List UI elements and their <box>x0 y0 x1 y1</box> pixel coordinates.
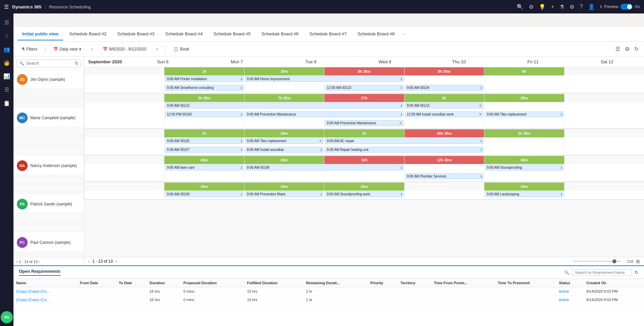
resource-item-pc[interactable]: PC Paul Cannon (sample) <box>13 233 84 252</box>
tabs-overflow[interactable]: ··· <box>401 29 408 39</box>
event-pc-00106[interactable]: 9:00 AM 00106 ℹ <box>165 191 243 197</box>
grid-prev-button[interactable]: ‹ <box>88 259 90 264</box>
col-from-date[interactable]: From Date <box>77 279 116 287</box>
date-range-button[interactable]: 📅 9/6/2020 - 9/12/2020 <box>99 45 150 53</box>
req-status-link-2[interactable]: Active <box>559 298 569 302</box>
col-territory[interactable]: Territory <box>398 279 431 287</box>
col-duration[interactable]: Duration <box>147 279 181 287</box>
event-jg-printer[interactable]: 9:00 AM Printer Installation ℹ <box>165 76 243 82</box>
event-close-icon[interactable]: ✕ <box>399 121 402 125</box>
refresh-button[interactable]: ↻ <box>633 44 640 54</box>
tab-schedule-board-2[interactable]: Schedule Board #2 <box>65 28 111 40</box>
settings-button[interactable]: ⚙ <box>623 44 631 54</box>
req-name-link-2[interactable]: (Copy).(Copy).(Co... <box>16 298 50 302</box>
event-info-icon[interactable]: ℹ <box>561 166 562 169</box>
event-info-icon[interactable]: ℹ <box>241 193 242 196</box>
event-close-icon[interactable]: ✕ <box>479 104 482 107</box>
event-pc-landscaping[interactable]: 9:00 AM Landscaping ℹ <box>485 191 563 197</box>
event-info-icon[interactable]: ℹ <box>321 148 322 152</box>
event-na-repair-heating[interactable]: 9:30 AM Repair heating unit ℹ <box>325 147 483 153</box>
bulb-icon[interactable]: 💡 <box>539 4 546 10</box>
event-mc-prev-maint[interactable]: 9:00 AM Preventive Maintenance ℹ <box>245 111 404 117</box>
nav-resources[interactable]: 👥 <box>1 43 13 55</box>
event-ps-plumber[interactable]: 9:00 AM Plumber Services ℹ <box>405 173 483 179</box>
tab-schedule-board-6[interactable]: Schedule Board #6 <box>257 28 303 40</box>
event-info-icon[interactable]: ℹ <box>241 113 242 116</box>
settings-icon[interactable]: ⚙ <box>529 4 534 10</box>
gear-icon[interactable]: ⚙ <box>570 4 574 10</box>
res-prev-button[interactable]: ‹ <box>16 259 18 264</box>
nav-reports[interactable]: 📊 <box>1 70 13 82</box>
filter-icon[interactable]: ⚗ <box>559 4 564 10</box>
filters-button[interactable]: ⚗ Filters <box>18 45 41 53</box>
grid-next-button[interactable]: › <box>116 259 117 264</box>
event-jg-smarthome[interactable]: 9:30 AM Smarthome consulting ℹ <box>165 85 243 91</box>
tab-schedule-board-5[interactable]: Schedule Board #5 <box>208 28 255 40</box>
event-info-icon[interactable]: ℹ <box>401 77 402 81</box>
nav-home[interactable]: ⌂ <box>1 30 13 42</box>
event-close-icon[interactable]: ✕ <box>319 139 322 143</box>
plus-icon[interactable]: + <box>551 4 554 10</box>
event-info-icon[interactable]: ℹ <box>481 148 482 152</box>
res-next-button[interactable]: › <box>39 259 40 264</box>
event-info-icon[interactable]: ℹ <box>481 86 482 90</box>
event-mc-00109[interactable]: 12:00 PM 00109 ℹ <box>165 111 243 117</box>
event-info-icon[interactable]: ℹ <box>241 77 242 81</box>
user-icon[interactable]: 👤 <box>588 4 595 10</box>
event-ps-lawn[interactable]: 9:00 AM lawn care ℹ <box>165 165 243 170</box>
col-to-date[interactable]: To Date <box>116 279 147 287</box>
event-mc-tiles[interactable]: 9:00 AM Tiles replacement ℹ <box>485 111 563 117</box>
next-date-button[interactable]: › <box>153 45 161 53</box>
nav-person[interactable]: 🧑 <box>1 57 13 69</box>
event-info-icon[interactable]: ℹ <box>401 86 402 90</box>
event-mc-soundbar-x[interactable]: 12:00 AM Install soundbar work ✕ <box>405 111 483 117</box>
list-view-button[interactable]: ☰ <box>614 44 621 54</box>
zoom-thumb[interactable] <box>612 259 616 263</box>
event-ps-00108[interactable]: 9:00 AM 00108 ℹ <box>245 165 404 170</box>
event-info-icon[interactable]: ℹ <box>561 113 562 116</box>
event-info-icon[interactable]: ℹ <box>561 193 562 196</box>
event-info-icon[interactable]: ℹ <box>241 86 242 90</box>
req-refresh-button[interactable]: ↻ <box>635 270 639 275</box>
col-fulfilled-duration[interactable]: Fulfilled Duration <box>245 279 303 287</box>
search-input[interactable] <box>26 61 73 66</box>
resource-item-jg[interactable]: JG Jim Glynn (sample) <box>13 70 84 89</box>
event-jg-00110[interactable]: 12:00 AM 00110 ℹ <box>325 85 403 91</box>
event-na-tiles-x[interactable]: 9:00 AM Tiles replacement ✕ <box>245 138 323 144</box>
tab-schedule-board-7[interactable]: Schedule Board #7 <box>305 28 352 40</box>
col-time-to[interactable]: Time To Promised <box>495 279 556 287</box>
event-info-icon[interactable]: ℹ <box>481 175 482 178</box>
event-info-icon[interactable]: ℹ <box>401 104 402 107</box>
event-mc-00110-x[interactable]: 9:00 AM 00110 ✕ <box>405 103 483 108</box>
event-pc-soundproofing[interactable]: 9:00 AM Soundproofing work ℹ <box>325 191 403 197</box>
sort-icon[interactable]: ⇅ <box>75 61 78 66</box>
event-ps-soundproofing[interactable]: 9:00 AM Soundproofing ℹ <box>485 165 563 170</box>
event-na-00105[interactable]: 9:00 AM 00105 ℹ <box>165 138 243 144</box>
hamburger-icon[interactable]: ☰ <box>4 4 9 10</box>
nav-user-badge[interactable]: RS <box>1 311 13 323</box>
event-na-ac-repair[interactable]: 9:00 AM AC repair ℹ <box>325 138 483 144</box>
preview-switch[interactable] <box>620 4 633 10</box>
event-info-icon[interactable]: ℹ <box>401 113 402 116</box>
col-name[interactable]: Name <box>13 279 77 287</box>
event-na-soundbar[interactable]: 9:00 AM Install soundbar ℹ <box>245 147 323 153</box>
req-name-link-1[interactable]: (Copy).(Copy).(Co... <box>16 289 50 293</box>
nav-hamburger[interactable]: ☰ <box>1 16 13 28</box>
nav-list[interactable]: ☰ <box>1 84 13 96</box>
resource-item-ps[interactable]: PS Patrick Sands (sample) <box>13 195 84 213</box>
event-jg-home-improvement[interactable]: 9:00 AM Home Improvement ℹ <box>245 76 404 82</box>
zoom-expand-button[interactable]: ⊞ <box>636 259 640 264</box>
event-mc-00110-wide[interactable]: 9:00 AM 00110 ℹ <box>165 103 403 108</box>
tab-schedule-board-3[interactable]: Schedule Board #3 <box>112 28 159 40</box>
col-created-on[interactable]: Created On <box>584 279 644 287</box>
event-info-icon[interactable]: ℹ <box>241 139 242 143</box>
event-pc-prev-maint[interactable]: 9:00 AM Preventive Maint. ℹ <box>245 191 323 197</box>
req-status-link-1[interactable]: Active <box>559 289 569 293</box>
zoom-slider[interactable] <box>573 261 621 262</box>
search-requirement-input[interactable] <box>575 270 629 274</box>
book-button[interactable]: 📋 Book <box>170 45 193 53</box>
help-icon[interactable]: ? <box>580 4 583 10</box>
event-info-icon[interactable]: ℹ <box>241 166 242 169</box>
tab-schedule-board-8[interactable]: Schedule Board #8 <box>353 28 399 40</box>
col-remaining[interactable]: Remaining Durati... <box>303 279 367 287</box>
